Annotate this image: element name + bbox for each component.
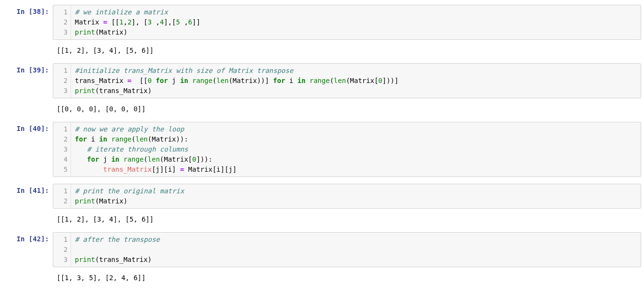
input-prompt: In [40]: [3,122,53,132]
code-editor[interactable]: # we intialize a matrix Matrix = [[1,2],… [71,5,641,39]
code-cell: In [40]: 1 2 3 4 5 # now we are apply th… [3,122,641,177]
code-input-area[interactable]: 1 2 3 #initialize trans_Matrix with size… [53,63,641,98]
stdout: [[1, 3, 5], [2, 4, 6]] [53,270,641,288]
output-prompt: . [3,212,53,222]
output-cell: . [[0, 0, 0], [0, 0, 0]] [3,101,641,119]
code-editor[interactable]: # after the transpose print(trans_Matrix… [71,233,641,267]
code-cell: In [39]: 1 2 3 #initialize trans_Matrix … [3,63,641,98]
code-input-area[interactable]: 1 2 3 # after the transpose print(trans_… [53,232,641,267]
output-prompt: . [3,270,53,281]
code-input-area[interactable]: 1 2 3 # we intialize a matrix Matrix = [… [53,5,641,40]
output-cell: . [[1, 2], [3, 4], [5, 6]] [3,212,641,229]
code-cell: In [41]: 1 2 # print the original matrix… [3,184,641,209]
code-cell: In [38]: 1 2 3 # we intialize a matrix M… [3,5,641,40]
code-editor[interactable]: # print the original matrix print(Matrix… [71,184,641,208]
input-prompt: In [42]: [3,232,53,243]
output-prompt: . [3,43,53,53]
input-prompt: In [41]: [3,184,53,194]
line-number-gutter: 1 2 3 [53,64,71,98]
stdout: [[1, 2], [3, 4], [5, 6]] [53,43,641,60]
output-prompt: . [3,101,53,112]
code-input-area[interactable]: 1 2 # print the original matrix print(Ma… [53,184,641,209]
line-number-gutter: 1 2 [53,184,71,208]
line-number-gutter: 1 2 3 [53,5,71,39]
code-cell: In [42]: 1 2 3 # after the transpose pri… [3,232,641,267]
output-cell: . [[1, 2], [3, 4], [5, 6]] [3,43,641,60]
code-editor[interactable]: # now we are apply the loop for i in ran… [71,122,641,177]
input-prompt: In [39]: [3,63,53,74]
code-input-area[interactable]: 1 2 3 4 5 # now we are apply the loop fo… [53,122,641,177]
code-editor[interactable]: #initialize trans_Matrix with size of Ma… [71,64,641,98]
stdout: [[1, 2], [3, 4], [5, 6]] [53,212,641,229]
input-prompt: In [38]: [3,5,53,15]
output-cell: . [[1, 3, 5], [2, 4, 6]] [3,270,641,288]
line-number-gutter: 1 2 3 4 5 [53,122,71,177]
stdout: [[0, 0, 0], [0, 0, 0]] [53,101,641,119]
line-number-gutter: 1 2 3 [53,233,71,267]
notebook: In [38]: 1 2 3 # we intialize a matrix M… [0,0,644,300]
